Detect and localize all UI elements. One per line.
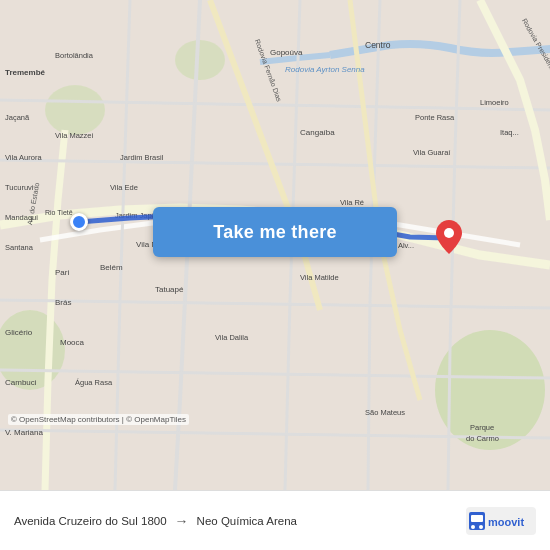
- svg-text:Bortolândia: Bortolândia: [55, 51, 94, 60]
- svg-text:Limoeiro: Limoeiro: [480, 98, 509, 107]
- svg-text:Gopoúva: Gopoúva: [270, 48, 303, 57]
- svg-text:Cangaíba: Cangaíba: [300, 128, 335, 137]
- svg-point-4: [175, 40, 225, 80]
- route-info: Avenida Cruzeiro do Sul 1800 → Neo Quími…: [14, 513, 466, 529]
- svg-text:Mandaqui: Mandaqui: [5, 213, 38, 222]
- svg-rect-49: [471, 515, 483, 522]
- svg-point-51: [479, 525, 483, 529]
- svg-text:Itaq...: Itaq...: [500, 128, 519, 137]
- svg-text:Tatuapé: Tatuapé: [155, 285, 184, 294]
- svg-point-3: [45, 85, 105, 135]
- svg-text:Vila Ré: Vila Ré: [340, 198, 364, 207]
- svg-text:Tucuruvi: Tucuruvi: [5, 183, 34, 192]
- svg-text:Cambuci: Cambuci: [5, 378, 37, 387]
- origin-marker: [70, 213, 88, 231]
- map-container: Av. do Estado Rio Tietê Rodovia Fernão D…: [0, 0, 550, 490]
- svg-text:do Carmo: do Carmo: [466, 434, 499, 443]
- footer-bar: Avenida Cruzeiro do Sul 1800 → Neo Quími…: [0, 490, 550, 550]
- svg-text:Centro: Centro: [365, 40, 391, 50]
- svg-text:Belém: Belém: [100, 263, 123, 272]
- svg-text:Vila Ede: Vila Ede: [110, 183, 138, 192]
- svg-text:São Mateus: São Mateus: [365, 408, 405, 417]
- osm-attribution: © OpenStreetMap contributors | © OpenMap…: [8, 414, 189, 425]
- arrow-icon: →: [175, 513, 189, 529]
- svg-text:V. Mariana: V. Mariana: [5, 428, 44, 437]
- svg-text:Vila Aurora: Vila Aurora: [5, 153, 42, 162]
- svg-text:Pari: Pari: [55, 268, 69, 277]
- svg-text:Ponte Rasa: Ponte Rasa: [415, 113, 455, 122]
- svg-text:Vila Guaraí: Vila Guaraí: [413, 148, 451, 157]
- take-me-there-button[interactable]: Take me there: [153, 207, 397, 257]
- svg-point-46: [444, 228, 454, 238]
- destination-marker: [436, 220, 462, 258]
- svg-text:Rodovia Ayrton Senna: Rodovia Ayrton Senna: [285, 65, 365, 74]
- svg-text:Vila Mazzei: Vila Mazzei: [55, 131, 94, 140]
- svg-text:Rio Tietê: Rio Tietê: [45, 209, 73, 216]
- svg-text:Tremembé: Tremembé: [5, 68, 46, 77]
- svg-text:Jaçanã: Jaçanã: [5, 113, 30, 122]
- origin-text: Avenida Cruzeiro do Sul 1800: [14, 515, 167, 527]
- svg-text:Brás: Brás: [55, 298, 71, 307]
- svg-text:moovit: moovit: [488, 516, 524, 528]
- svg-text:Mooca: Mooca: [60, 338, 85, 347]
- svg-text:Água Rasa: Água Rasa: [75, 378, 113, 387]
- moovit-logo: moovit: [466, 507, 536, 535]
- svg-text:Vila Dalila: Vila Dalila: [215, 333, 249, 342]
- destination-text: Neo Química Arena: [197, 515, 297, 527]
- svg-text:Glicério: Glicério: [5, 328, 33, 337]
- svg-text:Parque: Parque: [470, 423, 494, 432]
- moovit-logo-svg: moovit: [466, 507, 536, 535]
- svg-text:Jardim Brasil: Jardim Brasil: [120, 153, 164, 162]
- svg-text:Vila Matilde: Vila Matilde: [300, 273, 339, 282]
- svg-text:Santana: Santana: [5, 243, 34, 252]
- take-me-there-label: Take me there: [213, 222, 337, 243]
- svg-point-50: [471, 525, 475, 529]
